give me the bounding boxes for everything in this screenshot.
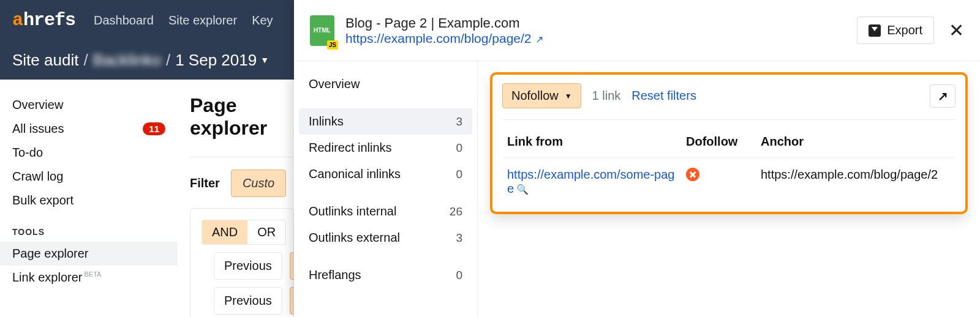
sidebar-tool-link-explorer[interactable]: Link explorerBETA [0, 266, 178, 289]
page-title: Page explorer [190, 94, 294, 140]
detail-panel: JS Blog - Page 2 | Example.com https://e… [294, 0, 980, 317]
popout-icon[interactable]: ↗ [930, 84, 956, 108]
link-count-text: 1 link [592, 89, 621, 103]
filter-box[interactable]: Previous [214, 252, 282, 280]
nav-site-explorer[interactable]: Site explorer [168, 13, 237, 28]
panel-nav-overview[interactable]: Overview [294, 71, 477, 97]
reset-filters-link[interactable]: Reset filters [631, 89, 696, 103]
panel-nav-outlinks-internal[interactable]: Outlinks internal26 [294, 198, 477, 225]
close-icon[interactable]: ✕ [949, 20, 964, 41]
filter-box-cut[interactable]: C [290, 252, 294, 280]
sidebar-item-crawl-log[interactable]: Crawl log [0, 165, 178, 188]
col-anchor[interactable]: Anchor [757, 130, 954, 158]
download-icon [869, 24, 881, 37]
chevron-down-icon[interactable]: ▼ [260, 55, 269, 65]
search-icon[interactable]: 🔍 [516, 184, 529, 195]
html-file-icon: JS [310, 15, 334, 46]
filter-label: Filter [190, 176, 220, 190]
col-link-from[interactable]: Link from [503, 130, 681, 158]
export-button[interactable]: Export [857, 17, 934, 44]
nav-keywords[interactable]: Key [252, 13, 273, 28]
panel-nav-canonical-inlinks[interactable]: Canonical inlinks0 [294, 161, 477, 187]
logic-toggle[interactable]: AND OR [202, 220, 286, 245]
nofollow-icon [686, 168, 699, 181]
external-link-icon[interactable]: ↗ [535, 34, 543, 45]
breadcrumb-project[interactable]: Backlinko [93, 51, 161, 70]
links-highlight-area: Nofollow▼ 1 link Reset filters ↗ Link fr… [490, 72, 968, 214]
logic-or[interactable]: OR [247, 220, 285, 244]
links-table: Link from Dofollow Anchor https://exampl… [502, 129, 956, 197]
sidebar-item-overview[interactable]: Overview [0, 93, 178, 117]
custom-filter-button[interactable]: Custo [231, 170, 286, 197]
anchor-text: https://example.com/blog/page/2 [757, 159, 954, 196]
sidebar-tool-page-explorer[interactable]: Page explorer [0, 242, 178, 266]
main-content: Page explorer Filter Custo AND OR Previo… [178, 80, 294, 317]
sidebar-item-all-issues[interactable]: All issues11 [0, 117, 178, 141]
link-from-url[interactable]: https://example.com/some-page [507, 168, 674, 195]
js-badge-icon: JS [327, 40, 338, 50]
breadcrumb: Site audit / Backlinko / 1 Sep 2019 ▼ [0, 40, 294, 80]
filter-box[interactable]: Previous [214, 287, 282, 315]
panel-doc-title: Blog - Page 2 | Example.com [345, 15, 543, 31]
chevron-down-icon: ▼ [565, 92, 572, 100]
col-dofollow[interactable]: Dofollow [682, 130, 756, 158]
panel-nav-hreflangs[interactable]: Hreflangs0 [294, 262, 477, 288]
panel-left-nav: Overview Inlinks3 Redirect inlinks0 Cano… [294, 61, 478, 317]
sidebar-heading-tools: TOOLS [0, 212, 178, 242]
logic-and[interactable]: AND [202, 220, 247, 244]
table-row[interactable]: https://example.com/some-page🔍 https://e… [503, 159, 954, 196]
left-sidebar: Overview All issues11 To-do Crawl log Bu… [0, 80, 178, 317]
panel-nav-inlinks[interactable]: Inlinks3 [299, 108, 472, 135]
sidebar-item-todo[interactable]: To-do [0, 141, 178, 165]
filter-box-cut[interactable]: C [290, 287, 294, 315]
follow-filter-dropdown[interactable]: Nofollow▼ [502, 83, 581, 108]
panel-doc-url[interactable]: https://example.com/blog/page/2 [345, 31, 532, 45]
issues-badge: 11 [143, 122, 165, 135]
breadcrumb-date[interactable]: 1 Sep 2019 [175, 51, 257, 70]
breadcrumb-root[interactable]: Site audit [12, 51, 78, 70]
brand-logo[interactable]: ahrefs [12, 10, 75, 31]
top-navbar: ahrefs Dashboard Site explorer Key [0, 0, 294, 40]
panel-nav-redirect-inlinks[interactable]: Redirect inlinks0 [294, 135, 477, 161]
sidebar-item-bulk-export[interactable]: Bulk export [0, 188, 178, 212]
panel-nav-outlinks-external[interactable]: Outlinks external3 [294, 225, 477, 251]
nav-dashboard[interactable]: Dashboard [94, 13, 154, 28]
